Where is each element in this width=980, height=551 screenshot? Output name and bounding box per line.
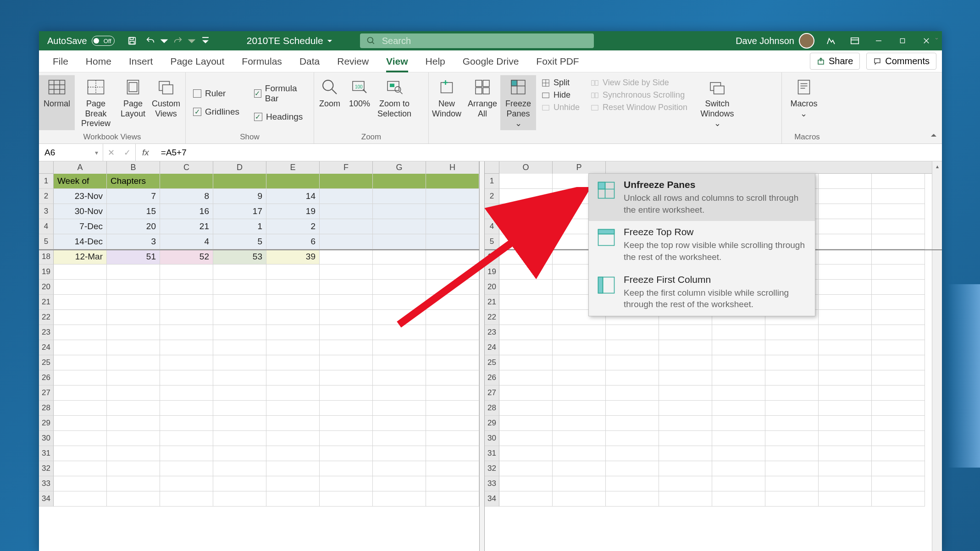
cell[interactable] xyxy=(499,476,553,491)
cell[interactable] xyxy=(872,204,925,219)
cell[interactable] xyxy=(819,416,872,431)
cell[interactable] xyxy=(765,491,819,507)
cell[interactable] xyxy=(499,355,553,370)
cell[interactable] xyxy=(426,234,479,249)
cell[interactable] xyxy=(426,264,479,280)
cell[interactable] xyxy=(712,431,765,446)
cell[interactable] xyxy=(107,280,160,295)
cell[interactable] xyxy=(426,310,479,325)
cell[interactable] xyxy=(213,476,266,491)
cell[interactable] xyxy=(659,461,712,476)
cell[interactable] xyxy=(765,476,819,491)
cell[interactable] xyxy=(320,174,373,189)
cell[interactable] xyxy=(553,491,606,507)
cell[interactable] xyxy=(426,249,479,264)
tab-file[interactable]: File xyxy=(44,51,77,72)
cell[interactable] xyxy=(872,461,925,476)
cell[interactable] xyxy=(320,416,373,431)
save-icon[interactable] xyxy=(123,31,141,50)
cell[interactable]: 16 xyxy=(160,204,213,219)
formula-bar-checkbox[interactable]: ✓Formula Bar xyxy=(254,83,306,104)
row-header[interactable]: 25 xyxy=(39,355,54,370)
row-header[interactable]: 18 xyxy=(39,249,54,264)
cell[interactable] xyxy=(54,264,107,280)
cell[interactable] xyxy=(765,431,819,446)
cell[interactable] xyxy=(373,355,426,370)
cell[interactable] xyxy=(765,401,819,416)
cell[interactable] xyxy=(320,295,373,310)
ruler-checkbox[interactable]: Ruler xyxy=(193,88,239,99)
cell[interactable] xyxy=(160,295,213,310)
cell[interactable] xyxy=(499,491,553,507)
cell[interactable] xyxy=(712,416,765,431)
coming-soon-icon[interactable] xyxy=(820,31,842,50)
cell[interactable] xyxy=(213,491,266,507)
row-header[interactable]: 26 xyxy=(39,370,54,386)
cell[interactable] xyxy=(160,340,213,355)
cell[interactable] xyxy=(320,249,373,264)
cell[interactable] xyxy=(266,174,320,189)
row-header[interactable]: 26 xyxy=(485,370,499,386)
cell[interactable] xyxy=(712,370,765,386)
cell[interactable] xyxy=(872,431,925,446)
cell[interactable] xyxy=(499,295,553,310)
menu-freeze-first-column[interactable]: Freeze First ColumnKeep the first column… xyxy=(589,269,815,316)
row-header[interactable]: 21 xyxy=(39,295,54,310)
cell[interactable] xyxy=(54,325,107,340)
cell[interactable] xyxy=(266,325,320,340)
cell[interactable]: 2 xyxy=(266,219,320,234)
row-header[interactable]: 28 xyxy=(485,401,499,416)
cell[interactable]: 5 xyxy=(213,234,266,249)
cell[interactable] xyxy=(553,370,606,386)
row-header[interactable]: 24 xyxy=(485,340,499,355)
cell[interactable] xyxy=(54,295,107,310)
cell[interactable] xyxy=(107,446,160,461)
cell[interactable] xyxy=(107,295,160,310)
cell[interactable]: 7 xyxy=(107,189,160,204)
cell[interactable] xyxy=(373,280,426,295)
cell[interactable] xyxy=(160,401,213,416)
cell[interactable] xyxy=(553,476,606,491)
fx-icon[interactable]: fx xyxy=(136,148,155,158)
cell[interactable] xyxy=(606,340,659,355)
zoom-to-selection-button[interactable]: Zoom toSelection xyxy=(374,75,415,130)
row-header[interactable]: 20 xyxy=(485,280,499,295)
cell[interactable] xyxy=(266,386,320,401)
cell[interactable] xyxy=(872,174,925,189)
cell[interactable] xyxy=(659,446,712,461)
cell[interactable]: 8 xyxy=(160,189,213,204)
col-header-b[interactable]: B xyxy=(107,161,160,174)
row-header[interactable]: 30 xyxy=(39,431,54,446)
scroll-up-icon[interactable]: ▴ xyxy=(932,161,942,171)
cell[interactable] xyxy=(320,234,373,249)
cell[interactable] xyxy=(872,476,925,491)
cell[interactable] xyxy=(373,370,426,386)
cell[interactable] xyxy=(54,461,107,476)
cell[interactable] xyxy=(499,264,553,280)
cell[interactable] xyxy=(872,295,925,310)
cell[interactable] xyxy=(499,461,553,476)
cell[interactable] xyxy=(499,174,553,189)
cell[interactable] xyxy=(373,446,426,461)
cell[interactable] xyxy=(213,174,266,189)
cell[interactable] xyxy=(160,264,213,280)
row-header[interactable]: 2 xyxy=(485,189,499,204)
cell[interactable] xyxy=(426,325,479,340)
cell[interactable] xyxy=(553,416,606,431)
tab-home[interactable]: Home xyxy=(78,51,120,72)
cell[interactable] xyxy=(819,310,872,325)
cell[interactable] xyxy=(606,446,659,461)
cell[interactable] xyxy=(160,431,213,446)
cell[interactable] xyxy=(320,355,373,370)
cell[interactable] xyxy=(320,476,373,491)
page-break-preview-button[interactable]: Page BreakPreview xyxy=(75,75,117,130)
tab-google-drive[interactable]: Google Drive xyxy=(454,51,527,72)
cell[interactable] xyxy=(499,431,553,446)
row-header[interactable]: 22 xyxy=(39,310,54,325)
cell[interactable] xyxy=(213,280,266,295)
cell[interactable]: 9 xyxy=(213,189,266,204)
cell[interactable] xyxy=(213,340,266,355)
select-all-corner-right[interactable] xyxy=(485,161,499,174)
cell[interactable] xyxy=(107,310,160,325)
cell[interactable] xyxy=(160,416,213,431)
